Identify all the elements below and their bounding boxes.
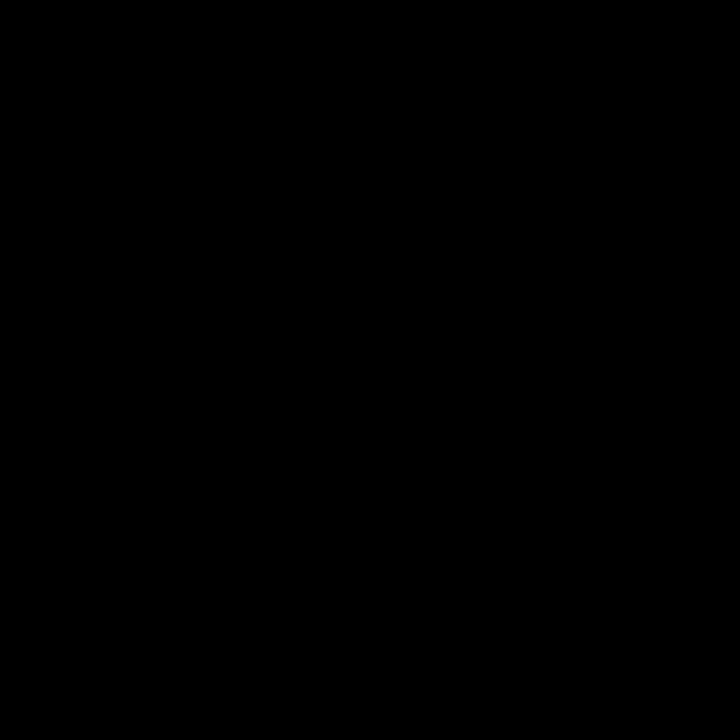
chart-container bbox=[0, 0, 728, 728]
outer-frame bbox=[0, 0, 728, 728]
chart-svg bbox=[0, 0, 728, 728]
